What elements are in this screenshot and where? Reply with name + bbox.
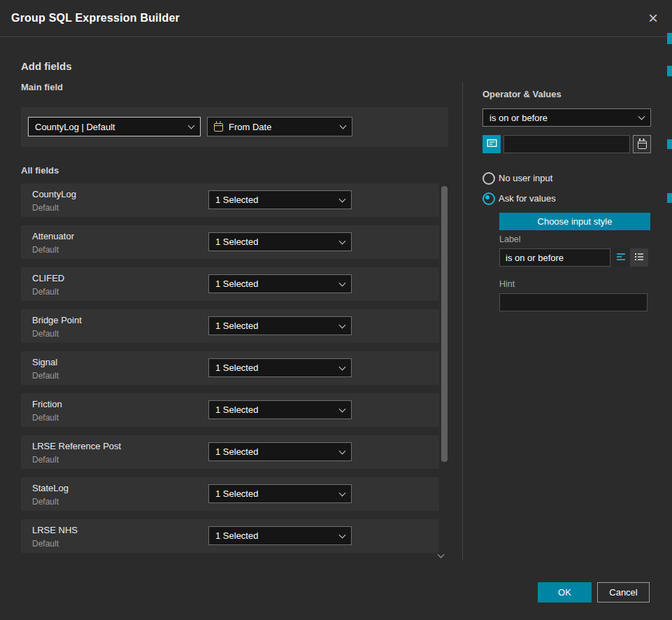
chevron-down-icon (638, 113, 645, 120)
radio-no-user-input-label: No user input (499, 173, 552, 183)
radio-no-user-input[interactable] (482, 172, 495, 185)
operator-values-label: Operator & Values (482, 89, 562, 99)
close-button[interactable]: × (645, 10, 661, 27)
align-left-icon (616, 252, 626, 264)
field-values-select[interactable]: 1 Selected (208, 232, 352, 251)
field-row-text: Signal Default (32, 357, 59, 381)
field-row: Signal Default 1 Selected (21, 351, 439, 385)
underlying-ui-artifact (667, 139, 672, 149)
scrollbar-down-icon[interactable] (438, 551, 445, 558)
field-values-select[interactable]: 1 Selected (208, 526, 352, 545)
chevron-down-icon (339, 489, 346, 496)
field-values-select[interactable]: 1 Selected (208, 400, 352, 419)
close-icon: × (648, 8, 658, 27)
field-row-text: Bridge Point Default (32, 315, 82, 339)
underlying-ui-artifact (667, 33, 672, 44)
field-sublabel: Default (32, 287, 64, 297)
text-input-style-button[interactable] (611, 248, 630, 267)
list-scrollbar-thumb[interactable] (441, 186, 448, 462)
underlying-ui-artifact (667, 66, 672, 76)
list-icon (634, 252, 644, 264)
date-field-select-value: From Date (229, 122, 271, 132)
field-values-select[interactable]: 1 Selected (208, 442, 352, 461)
field-name: Attenuator (32, 231, 74, 241)
field-values-select[interactable]: 1 Selected (208, 274, 352, 293)
main-field-panel: CountyLog | Default From Date (21, 107, 448, 147)
value-input[interactable] (503, 135, 630, 153)
field-row-text: StateLog Default (32, 483, 69, 507)
field-values-select[interactable]: 1 Selected (208, 316, 352, 335)
field-row: LRSE Reference Post Default 1 Selected (21, 435, 439, 469)
field-row: Friction Default 1 Selected (21, 393, 439, 427)
field-row-text: Attenuator Default (32, 231, 74, 255)
field-sublabel: Default (32, 203, 76, 213)
layer-select-value: CountyLog | Default (35, 122, 115, 132)
dialog-title: Group SQL Expression Builder (11, 12, 180, 24)
chevron-down-icon (339, 405, 346, 412)
field-row: LRSE NHS Default 1 Selected (21, 519, 439, 553)
dialog-titlebar: Group SQL Expression Builder × (0, 0, 672, 37)
label-caption: Label (499, 234, 521, 244)
radio-ask-for-values[interactable] (482, 192, 495, 205)
chevron-down-icon (340, 122, 347, 129)
underlying-ui-artifact (667, 193, 672, 203)
field-row: CountyLog Default 1 Selected (21, 183, 439, 217)
field-row: StateLog Default 1 Selected (21, 477, 439, 511)
operator-select[interactable]: is on or before (482, 108, 651, 127)
field-values-select[interactable]: 1 Selected (208, 484, 352, 503)
field-values-select[interactable]: 1 Selected (208, 358, 352, 377)
chevron-down-icon (339, 321, 346, 328)
field-name: CLIFED (32, 273, 64, 283)
field-row-text: CLIFED Default (32, 273, 64, 297)
chevron-down-icon (188, 122, 195, 129)
calendar-icon (214, 123, 223, 132)
field-values-select[interactable]: 1 Selected (208, 190, 352, 209)
chevron-down-icon (339, 363, 346, 370)
field-name: Signal (32, 357, 59, 367)
hint-input[interactable] (499, 293, 648, 311)
calendar-icon (638, 141, 647, 149)
field-row-text: LRSE Reference Post Default (32, 441, 121, 465)
field-row: CLIFED Default 1 Selected (21, 267, 439, 301)
field-name: LRSE NHS (32, 525, 78, 535)
chevron-down-icon (339, 531, 346, 538)
value-type-button[interactable] (482, 135, 501, 153)
chevron-down-icon (339, 279, 346, 286)
field-list-icon (487, 138, 497, 150)
field-sublabel: Default (32, 413, 62, 423)
field-name: Friction (32, 399, 62, 409)
field-row-text: LRSE NHS Default (32, 525, 78, 549)
cancel-button[interactable]: Cancel (597, 582, 650, 603)
radio-ask-for-values-label: Ask for values (499, 193, 556, 204)
field-name: Bridge Point (32, 315, 82, 325)
field-row-text: Friction Default (32, 399, 62, 423)
layer-select[interactable]: CountyLog | Default (28, 117, 201, 136)
chevron-down-icon (339, 237, 346, 244)
field-sublabel: Default (32, 455, 121, 465)
field-name: LRSE Reference Post (32, 441, 121, 451)
list-input-style-button[interactable] (630, 248, 648, 267)
date-field-select[interactable]: From Date (207, 117, 352, 136)
field-sublabel: Default (32, 245, 74, 255)
operator-select-value: is on or before (489, 113, 548, 123)
field-sublabel: Default (32, 371, 59, 381)
main-field-label: Main field (21, 82, 63, 92)
field-sublabel: Default (32, 539, 78, 549)
chevron-down-icon (339, 447, 346, 454)
group-sql-expression-builder-dialog: { "colors": { "accent_teal": "#0084A4", … (0, 0, 672, 620)
date-picker-button[interactable] (633, 135, 651, 153)
choose-input-style-button[interactable]: Choose input style (499, 213, 650, 230)
ok-button[interactable]: OK (538, 582, 592, 603)
all-fields-label: All fields (21, 165, 59, 176)
field-row-text: CountyLog Default (32, 189, 76, 213)
field-row: Bridge Point Default 1 Selected (21, 309, 439, 343)
add-fields-heading: Add fields (21, 60, 72, 72)
hint-caption: Hint (499, 279, 515, 289)
vertical-divider (462, 82, 463, 561)
chevron-down-icon (339, 195, 346, 202)
field-name: CountyLog (32, 189, 76, 199)
field-sublabel: Default (32, 329, 82, 339)
field-name: StateLog (32, 483, 69, 493)
field-sublabel: Default (32, 497, 69, 507)
label-input[interactable] (499, 248, 610, 267)
